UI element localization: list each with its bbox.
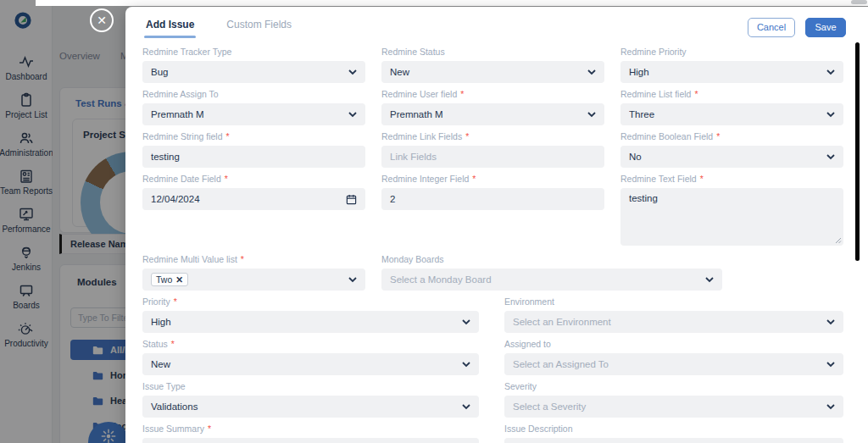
field-issue-summary: Issue Summary* <box>142 424 479 443</box>
field-environment: Environment Select an Environment <box>504 296 843 333</box>
redmine-tracker-type-select[interactable]: Bug <box>142 61 365 83</box>
add-issue-modal: Add Issue Custom Fields Cancel Save Redm… <box>125 7 868 443</box>
field-redmine-boolean-field: Redmine Boolean Field* No <box>620 131 843 168</box>
status-select[interactable]: New <box>142 353 479 375</box>
field-status: Status* New <box>142 339 479 375</box>
chevron-down-icon <box>348 112 357 118</box>
field-label: Redmine Status <box>381 47 445 57</box>
field-redmine-tracker-type: Redmine Tracker Type Bug <box>142 47 365 83</box>
field-label: Assigned to <box>504 339 551 349</box>
field-redmine-multi-value-list: Redmine Multi Value list* Two✕ <box>142 254 365 291</box>
field-redmine-user-field: Redmine User field* Premnath M <box>381 89 604 125</box>
environment-select[interactable]: Select an Environment <box>504 311 843 333</box>
redmine-multi-value-select[interactable]: Two✕ <box>142 269 365 291</box>
field-label: Issue Summary <box>142 424 204 434</box>
required-marker: * <box>225 174 228 184</box>
assigned-to-select[interactable]: Select an Assigned To <box>504 353 843 375</box>
required-marker: * <box>241 254 244 264</box>
modal-scrollbar-thumb[interactable] <box>855 42 860 261</box>
chevron-down-icon <box>348 277 357 283</box>
close-icon: ✕ <box>97 14 107 27</box>
required-marker: * <box>700 174 704 184</box>
page-scrollbar-top <box>851 0 867 4</box>
screen: Dashboard Project List Administration Te… <box>0 0 868 443</box>
resize-grip-icon[interactable] <box>835 237 842 244</box>
redmine-text-field-textarea[interactable]: testing <box>620 188 843 246</box>
redmine-link-fields-input[interactable]: Link Fields <box>381 146 604 168</box>
field-redmine-priority: Redmine Priority High <box>620 47 843 83</box>
issue-type-select[interactable]: Validations <box>142 396 479 418</box>
field-label: Redmine Assign To <box>142 89 219 99</box>
field-redmine-string-field: Redmine String field* testing <box>142 131 365 168</box>
field-label: Redmine Multi Value list <box>142 254 237 264</box>
redmine-status-select[interactable]: New <box>381 61 604 83</box>
field-label: Issue Type <box>142 381 186 391</box>
field-label: Severity <box>504 381 537 391</box>
required-marker: * <box>716 131 720 141</box>
severity-select[interactable]: Select a Severity <box>504 396 843 418</box>
add-issue-form: Redmine Tracker Type Bug Redmine Status … <box>142 47 843 443</box>
chip-remove-icon[interactable]: ✕ <box>175 274 183 285</box>
redmine-user-field-select[interactable]: Premnath M <box>381 103 604 125</box>
chevron-down-icon <box>826 319 835 325</box>
redmine-string-field-input[interactable]: testing <box>142 146 365 168</box>
field-label: Redmine Link Fields <box>381 131 462 141</box>
field-redmine-date-field: Redmine Date Field* 12/04/2024 <box>142 174 365 246</box>
top-strip <box>36 0 868 6</box>
priority-select[interactable]: High <box>142 311 479 333</box>
required-marker: * <box>694 89 698 99</box>
chevron-down-icon <box>348 69 357 75</box>
issue-description-input[interactable] <box>504 438 843 443</box>
required-marker: * <box>465 131 469 141</box>
required-marker: * <box>460 89 464 99</box>
tab-custom-fields[interactable]: Custom Fields <box>226 19 292 38</box>
redmine-date-field-input[interactable]: 12/04/2024 <box>142 188 365 210</box>
field-label: Redmine Date Field <box>142 174 221 184</box>
field-redmine-link-fields: Redmine Link Fields* Link Fields <box>381 131 604 168</box>
field-priority: Priority* High <box>142 296 479 333</box>
monday-boards-select[interactable]: Select a Monday Board <box>381 269 722 291</box>
field-label: Priority <box>142 296 170 307</box>
field-issue-type: Issue Type Validations <box>142 381 479 418</box>
field-label: Redmine Integer Field <box>381 174 469 184</box>
chevron-down-icon <box>587 112 596 118</box>
chevron-down-icon <box>826 404 835 410</box>
redmine-assign-to-select[interactable]: Premnath M <box>142 103 365 125</box>
field-label: Redmine Priority <box>620 47 687 57</box>
chevron-down-icon <box>462 404 470 410</box>
redmine-integer-field-input[interactable]: 2 <box>381 188 604 210</box>
redmine-boolean-field-select[interactable]: No <box>620 146 843 168</box>
field-label: Redmine Text Field <box>620 174 697 184</box>
chevron-down-icon <box>705 277 714 283</box>
chevron-down-icon <box>826 112 835 118</box>
field-label: Redmine List field <box>620 89 691 99</box>
modal-tab-bar: Add Issue Custom Fields <box>146 19 292 38</box>
field-label: Redmine User field <box>381 89 457 99</box>
field-redmine-assign-to: Redmine Assign To Premnath M <box>142 89 365 125</box>
tab-add-issue[interactable]: Add Issue <box>146 19 194 38</box>
field-label: Issue Description <box>504 424 573 434</box>
cancel-button[interactable]: Cancel <box>748 18 795 37</box>
redmine-list-field-select[interactable]: Three <box>620 103 843 125</box>
issue-summary-input[interactable] <box>142 438 479 443</box>
chevron-down-icon <box>587 69 596 75</box>
field-monday-boards: Monday Boards Select a Monday Board <box>381 254 722 291</box>
save-button[interactable]: Save <box>805 18 846 37</box>
field-label: Redmine Boolean Field <box>620 131 713 141</box>
field-severity: Severity Select a Severity <box>504 381 843 418</box>
field-label: Monday Boards <box>381 254 444 264</box>
redmine-priority-select[interactable]: High <box>620 61 843 83</box>
required-marker: * <box>174 296 177 307</box>
field-issue-description: Issue Description <box>504 424 843 443</box>
required-marker: * <box>472 174 476 184</box>
field-assigned-to: Assigned to Select an Assigned To <box>504 339 843 375</box>
chevron-down-icon <box>826 154 835 160</box>
field-redmine-text-field: Redmine Text Field* testing <box>620 174 843 246</box>
close-modal-button[interactable]: ✕ <box>90 8 114 32</box>
selected-value-chip: Two✕ <box>151 273 188 286</box>
chevron-down-icon <box>826 69 835 75</box>
chevron-down-icon <box>462 362 470 368</box>
calendar-icon <box>346 194 357 205</box>
required-marker: * <box>208 424 211 434</box>
field-redmine-status: Redmine Status New <box>381 47 604 83</box>
